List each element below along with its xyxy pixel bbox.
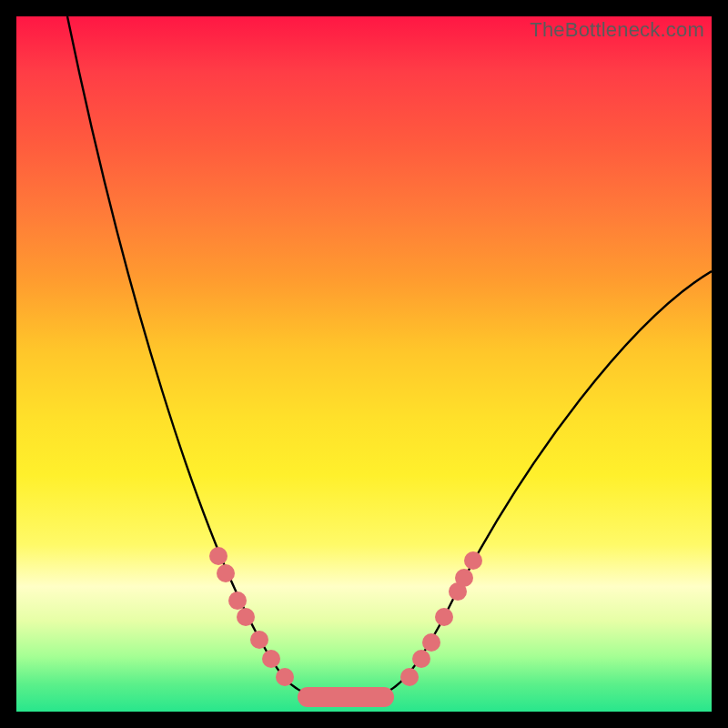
marker-left-4 (250, 631, 268, 649)
curve-path (67, 16, 712, 697)
marker-right-0 (400, 668, 419, 686)
marker-right-3 (435, 608, 453, 626)
plot-area: TheBottleneck.com (16, 16, 712, 712)
marker-left-3 (237, 608, 255, 626)
marker-right-5 (455, 569, 473, 587)
marker-right-1 (412, 650, 430, 668)
marker-left-2 (228, 592, 247, 610)
marker-left-0 (209, 547, 228, 565)
marker-right-2 (422, 633, 440, 652)
marker-right-6 (464, 551, 482, 570)
marker-left-6 (276, 668, 294, 686)
marker-left-1 (217, 564, 235, 582)
bottleneck-curve (16, 16, 712, 712)
marker-left-5 (262, 650, 280, 668)
chart-frame: TheBottleneck.com (0, 0, 728, 728)
